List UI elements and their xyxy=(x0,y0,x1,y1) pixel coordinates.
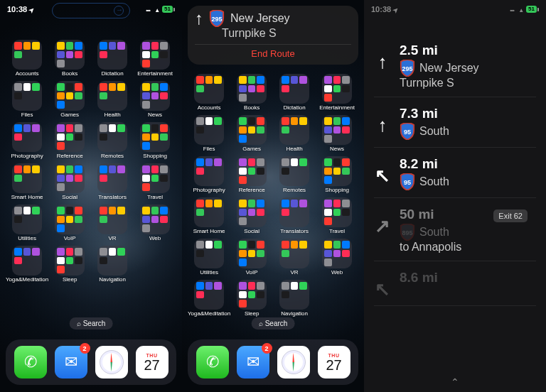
folder-label: VR xyxy=(109,236,117,241)
folder-reference[interactable]: Reference xyxy=(48,122,91,159)
folder-box xyxy=(279,280,309,310)
folder-box xyxy=(55,81,85,111)
folder-books[interactable]: Books xyxy=(230,74,273,111)
folder-smart-home[interactable]: Smart Home xyxy=(188,197,230,234)
directions-list[interactable]: ↑2.5 mi295New JerseyTurnpike S↑7.3 mi95S… xyxy=(364,31,546,392)
folder-navigation[interactable]: Navigation xyxy=(91,246,134,283)
folder-reference[interactable]: Reference xyxy=(230,156,273,193)
folder-health[interactable]: Health xyxy=(273,115,316,152)
app-grid: AccountsBooksDictationEntertainmentFiles… xyxy=(182,74,364,317)
folder-shopping[interactable]: Shopping xyxy=(134,122,176,159)
folder-entertainment[interactable]: Entertainment xyxy=(134,40,176,77)
mail-app[interactable]: ✉2 xyxy=(237,346,269,379)
folder-photography[interactable]: Photography xyxy=(6,122,48,159)
dock: ✆ ✉2 THU27 xyxy=(6,339,176,385)
folder-box xyxy=(194,280,224,310)
folder-label: Social xyxy=(244,229,259,234)
direction-step[interactable]: ↖8.2 mi95South xyxy=(374,148,536,198)
folder-news[interactable]: News xyxy=(134,81,176,118)
folder-voip[interactable]: VoIP xyxy=(48,205,91,241)
folder-label: Translators xyxy=(98,195,127,200)
folder-box xyxy=(12,40,42,70)
folder-files[interactable]: Files xyxy=(6,81,48,118)
folder-entertainment[interactable]: Entertainment xyxy=(316,74,358,111)
folder-label: Entertainment xyxy=(137,71,173,77)
safari-app[interactable] xyxy=(95,346,128,379)
folder-travel[interactable]: Travel xyxy=(134,163,176,200)
folder-files[interactable]: Files xyxy=(188,115,230,152)
step-line2: to Annapolis xyxy=(400,241,536,254)
search-button[interactable]: Search xyxy=(70,317,113,330)
step-line: 895South xyxy=(400,224,536,241)
end-route-button[interactable]: End Route xyxy=(195,44,351,59)
folder-box xyxy=(279,239,309,268)
folder-accounts[interactable]: Accounts xyxy=(188,74,230,111)
folder-translators[interactable]: Translators xyxy=(273,197,316,234)
folder-vr[interactable]: VR xyxy=(273,239,316,276)
status-bar: 10:38 51 xyxy=(364,3,546,16)
navigation-banner[interactable]: ↑ 295 New Jersey Turnpike S End Route xyxy=(188,6,358,65)
folder-yoga-meditation[interactable]: Yoga&Meditation xyxy=(188,280,230,317)
folder-box xyxy=(279,197,309,227)
folder-box xyxy=(12,163,42,193)
direction-step[interactable]: ↑2.5 mi295New JerseyTurnpike S xyxy=(374,34,536,97)
folder-shopping[interactable]: Shopping xyxy=(316,156,358,193)
search-button[interactable]: Search xyxy=(252,317,295,330)
folder-sleep[interactable]: Sleep xyxy=(230,280,273,317)
folder-label: Social xyxy=(62,195,77,200)
folder-games[interactable]: Games xyxy=(230,115,273,152)
route-shield-icon: 95 xyxy=(400,173,415,190)
folder-box xyxy=(322,239,352,268)
folder-accounts[interactable]: Accounts xyxy=(6,40,48,77)
phone-app[interactable]: ✆ xyxy=(196,346,229,379)
folder-box xyxy=(279,74,309,104)
folder-health[interactable]: Health xyxy=(91,81,134,118)
direction-step[interactable]: ↑7.3 mi95South xyxy=(374,97,536,148)
folder-web[interactable]: Web xyxy=(316,239,358,276)
calendar-app[interactable]: THU27 xyxy=(136,346,168,379)
phone-app[interactable]: ✆ xyxy=(14,346,47,379)
folder-translators[interactable]: Translators xyxy=(91,163,134,200)
folder-news[interactable]: News xyxy=(316,115,358,152)
folder-remotes[interactable]: Remotes xyxy=(91,122,134,159)
folder-box xyxy=(55,163,85,193)
folder-label: Web xyxy=(149,236,161,241)
wifi-icon xyxy=(518,5,524,13)
folder-label: Files xyxy=(21,112,33,118)
folder-label: Navigation xyxy=(99,277,126,283)
folder-games[interactable]: Games xyxy=(48,81,91,118)
folder-box xyxy=(97,163,127,193)
grabber-icon[interactable]: ⌃ xyxy=(451,376,459,388)
folder-label: Entertainment xyxy=(319,105,355,111)
calendar-app[interactable]: THU27 xyxy=(318,346,350,379)
folder-photography[interactable]: Photography xyxy=(188,156,230,193)
folder-travel[interactable]: Travel xyxy=(316,197,358,234)
folder-voip[interactable]: VoIP xyxy=(230,239,273,276)
folder-box xyxy=(237,197,267,227)
folder-vr[interactable]: VR xyxy=(91,205,134,241)
folder-sleep[interactable]: Sleep xyxy=(48,246,91,283)
direction-step[interactable]: ↗50 mi895Southto AnnapolisExit 62 xyxy=(374,198,536,261)
folder-utilities[interactable]: Utilities xyxy=(6,205,48,241)
folder-label: Photography xyxy=(11,153,43,159)
folder-dictation[interactable]: Dictation xyxy=(273,74,316,111)
location-icon xyxy=(29,5,35,13)
folder-label: Reference xyxy=(57,153,83,159)
safari-app[interactable] xyxy=(277,346,310,379)
route-shield-icon: 95 xyxy=(400,123,415,140)
folder-social[interactable]: Social xyxy=(48,163,91,200)
folder-navigation[interactable]: Navigation xyxy=(273,280,316,317)
folder-utilities[interactable]: Utilities xyxy=(188,239,230,276)
direction-step[interactable]: ↖8.6 mi xyxy=(374,261,536,306)
folder-smart-home[interactable]: Smart Home xyxy=(6,163,48,200)
folder-web[interactable]: Web xyxy=(134,205,176,241)
folder-label: Health xyxy=(287,146,303,152)
folder-dictation[interactable]: Dictation xyxy=(91,40,134,77)
folder-books[interactable]: Books xyxy=(48,40,91,77)
folder-social[interactable]: Social xyxy=(230,197,273,234)
folder-label: Files xyxy=(203,146,215,152)
folder-remotes[interactable]: Remotes xyxy=(273,156,316,193)
folder-yoga-meditation[interactable]: Yoga&Meditation xyxy=(6,246,48,283)
cell-signal-icon xyxy=(510,5,516,13)
mail-app[interactable]: ✉2 xyxy=(55,346,87,379)
